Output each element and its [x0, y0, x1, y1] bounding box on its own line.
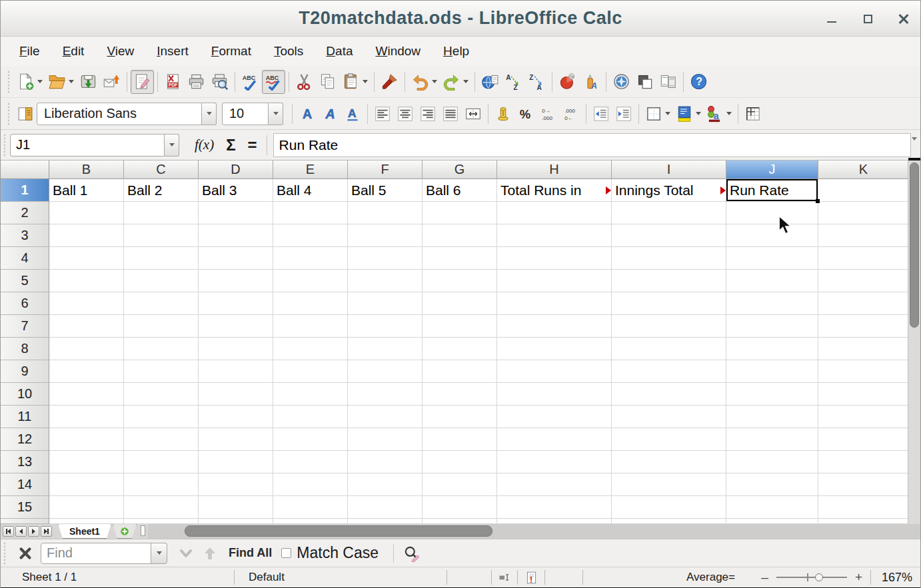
- cell-C1[interactable]: Ball 2: [124, 179, 199, 202]
- next-sheet-button[interactable]: [28, 526, 39, 537]
- cell-G5[interactable]: [423, 270, 497, 292]
- cell-H4[interactable]: [497, 247, 612, 270]
- menu-tools[interactable]: Tools: [267, 41, 310, 62]
- function-wizard-icon[interactable]: f(x): [189, 137, 220, 153]
- digital-signature-indicator[interactable]: !: [518, 567, 544, 587]
- cell-B11[interactable]: [49, 406, 124, 428]
- horizontal-scrollbar[interactable]: [148, 524, 920, 539]
- background-color-button[interactable]: [673, 102, 704, 126]
- cell-F6[interactable]: [348, 292, 423, 315]
- row-header-1[interactable]: 1: [1, 179, 49, 202]
- cell-H10[interactable]: [497, 383, 612, 406]
- cell-H14[interactable]: [497, 473, 612, 496]
- sort-ascending-button[interactable]: AZ: [502, 70, 525, 94]
- merge-cells-button[interactable]: [462, 102, 484, 126]
- justify-button[interactable]: [439, 102, 462, 126]
- cell-E14[interactable]: [273, 473, 348, 496]
- font-name-dropdown[interactable]: [202, 103, 217, 125]
- match-case-label[interactable]: Match Case: [297, 544, 379, 562]
- cell-F5[interactable]: [348, 270, 423, 292]
- cell-F11[interactable]: [348, 406, 423, 428]
- row-header-7[interactable]: 7: [1, 315, 49, 338]
- row-header-3[interactable]: 3: [1, 224, 49, 247]
- formula-input-area[interactable]: [273, 133, 911, 157]
- find-all-button[interactable]: Find All: [222, 546, 279, 560]
- menu-window[interactable]: Window: [369, 41, 427, 62]
- insert-mode-indicator[interactable]: [492, 567, 517, 587]
- show-draw-functions-button[interactable]: A: [579, 70, 602, 94]
- find-previous-button[interactable]: [198, 542, 222, 565]
- cell-K13[interactable]: [818, 451, 909, 473]
- cell-I11[interactable]: [612, 406, 726, 428]
- cell-F14[interactable]: [348, 473, 423, 496]
- clone-formatting-button[interactable]: [378, 70, 401, 94]
- new-document-button[interactable]: [14, 70, 45, 94]
- headers-footers-button[interactable]: [656, 70, 680, 94]
- cell-B3[interactable]: [49, 224, 124, 247]
- cell-E5[interactable]: [273, 270, 348, 292]
- print-button[interactable]: [185, 70, 208, 94]
- row-header-2[interactable]: 2: [1, 202, 49, 224]
- cell-D15[interactable]: [199, 496, 273, 519]
- cell-I13[interactable]: [612, 451, 726, 473]
- cell-J4[interactable]: [726, 247, 818, 270]
- close-button[interactable]: [896, 11, 911, 26]
- cell-J6[interactable]: [726, 292, 818, 315]
- column-header-D[interactable]: D: [199, 160, 273, 179]
- cell-K3[interactable]: [818, 224, 909, 247]
- row-header-4[interactable]: 4: [1, 247, 49, 270]
- row-header-5[interactable]: 5: [1, 270, 49, 292]
- cell-I12[interactable]: [612, 428, 726, 451]
- column-header-J[interactable]: J: [726, 160, 818, 179]
- cell-I8[interactable]: [612, 338, 726, 360]
- cell-E11[interactable]: [273, 406, 348, 428]
- cell-E6[interactable]: [273, 292, 348, 315]
- cell-H3[interactable]: [497, 224, 612, 247]
- cell-B6[interactable]: [49, 292, 124, 315]
- redo-button[interactable]: [440, 70, 471, 94]
- cell-E8[interactable]: [273, 338, 348, 360]
- row-header-14[interactable]: 14: [1, 473, 49, 496]
- cell-J5[interactable]: [726, 270, 818, 292]
- cell-G15[interactable]: [423, 496, 497, 519]
- row-header-13[interactable]: 13: [1, 451, 49, 473]
- add-decimal-button[interactable]: 0→.000: [537, 102, 560, 126]
- cell-C3[interactable]: [124, 224, 199, 247]
- page-style[interactable]: Default: [235, 567, 447, 587]
- cell-E4[interactable]: [273, 247, 348, 270]
- find-input[interactable]: [41, 545, 151, 561]
- delete-decimal-button[interactable]: .0000←: [560, 102, 582, 126]
- sum-icon[interactable]: Σ: [220, 136, 241, 154]
- toolbar-grip[interactable]: [2, 134, 7, 156]
- column-header-E[interactable]: E: [273, 160, 348, 179]
- find-and-replace-button[interactable]: [399, 542, 425, 565]
- cell-J7[interactable]: [726, 315, 818, 338]
- cell-E13[interactable]: [273, 451, 348, 473]
- cell-J8[interactable]: [726, 338, 818, 360]
- vertical-scrollbar[interactable]: [908, 160, 920, 524]
- font-size-combobox[interactable]: [222, 103, 269, 125]
- cell-K14[interactable]: [818, 473, 909, 496]
- cell-K15[interactable]: [818, 496, 909, 519]
- name-box-dropdown[interactable]: [165, 134, 179, 156]
- help-button[interactable]: ?: [687, 70, 710, 94]
- cell-D13[interactable]: [199, 451, 273, 473]
- cell-E7[interactable]: [273, 315, 348, 338]
- cell-F2[interactable]: [348, 202, 423, 224]
- cell-B9[interactable]: [49, 360, 124, 383]
- cell-C16[interactable]: [124, 519, 199, 524]
- save-button[interactable]: [77, 70, 100, 94]
- cell-C9[interactable]: [124, 360, 199, 383]
- column-header-H[interactable]: H: [497, 160, 612, 179]
- row-header-15[interactable]: 15: [1, 496, 49, 519]
- zoom-level[interactable]: 167%: [871, 567, 920, 587]
- cell-D7[interactable]: [199, 315, 273, 338]
- cell-C8[interactable]: [124, 338, 199, 360]
- column-header-K[interactable]: K: [818, 160, 909, 179]
- cell-F13[interactable]: [348, 451, 423, 473]
- auto-spellcheck-button[interactable]: ABC: [262, 70, 285, 94]
- tab-area-splitter[interactable]: [141, 525, 145, 536]
- cell-C7[interactable]: [124, 315, 199, 338]
- cell-D16[interactable]: [199, 519, 273, 524]
- font-name-combobox[interactable]: [37, 103, 202, 125]
